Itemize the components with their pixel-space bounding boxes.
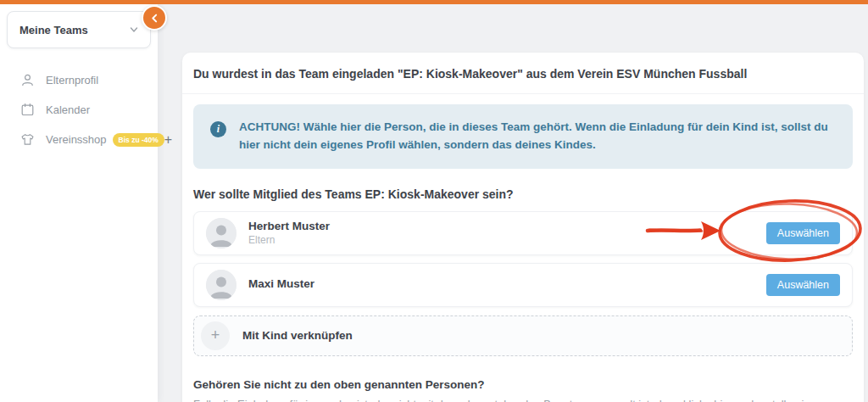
notice-text: ACHTUNG! Wähle hier die Person, die in d…: [239, 119, 832, 154]
person-meta: Maxi Muster: [248, 277, 314, 292]
sidebar-collapse-button[interactable]: [142, 5, 167, 31]
sidebar-menu: Elternprofil Kalender Vereinsshop Bis zu…: [0, 65, 158, 154]
member-question: Wer sollte Mitglied des Teams EP: Kiosk-…: [193, 187, 853, 201]
calendar-icon: [20, 103, 35, 117]
person-meta: Herbert Muster Eltern: [248, 220, 330, 246]
top-accent-bar: [0, 0, 868, 4]
person-row-herbert: Herbert Muster Eltern Auswählen: [193, 211, 853, 255]
link-child-label: Mit Kind verknüpfen: [242, 329, 353, 342]
chevron-left-icon: [150, 14, 159, 23]
info-icon: i: [210, 121, 226, 137]
sidebar-item-label: Vereinsshop: [46, 133, 107, 146]
invitation-title: Du wurdest in das Team eingeladen "EP: K…: [193, 67, 853, 81]
sidebar-item-label: Kalender: [46, 103, 90, 116]
person-role: Eltern: [248, 234, 330, 246]
person-name: Herbert Muster: [248, 220, 330, 234]
plus-icon: +: [201, 321, 230, 350]
person-row-maxi: Maxi Muster Auswählen: [193, 263, 853, 307]
attention-notice: i ACHTUNG! Wähle hier die Person, die in…: [193, 104, 853, 169]
sidebar-item-vereinsshop[interactable]: Vereinsshop Bis zu -40% +: [0, 125, 158, 154]
select-button-maxi[interactable]: Auswählen: [766, 274, 840, 296]
avatar: [206, 218, 236, 248]
sidebar: Meine Teams Elternprofil Kalender Ver: [0, 4, 158, 402]
invitation-card: Du wurdest in das Team eingeladen "EP: K…: [182, 53, 864, 402]
card-header: Du wurdest in das Team eingeladen "EP: K…: [182, 53, 864, 94]
sidebar-item-kalender[interactable]: Kalender: [0, 95, 158, 125]
chevron-down-icon: [130, 25, 138, 34]
sidebar-item-label: Elternprofil: [46, 74, 98, 87]
card-body: i ACHTUNG! Wähle hier die Person, die in…: [182, 94, 864, 402]
team-selector-dropdown[interactable]: Meine Teams: [7, 11, 151, 48]
discount-badge: Bis zu -40%: [113, 133, 164, 147]
person-name: Maxi Muster: [248, 277, 314, 292]
person-icon: [20, 73, 35, 87]
avatar: [206, 270, 236, 300]
select-button-herbert[interactable]: Auswählen: [766, 222, 840, 244]
sidebar-item-elternprofil[interactable]: Elternprofil: [0, 65, 158, 95]
link-child-button[interactable]: + Mit Kind verknüpfen: [193, 315, 853, 356]
add-shop-button[interactable]: +: [164, 133, 172, 147]
footer-text: Falls die Einladung für jemanden ist, de…: [193, 397, 853, 402]
person-silhouette-icon: [206, 218, 236, 248]
tshirt-icon: [20, 132, 35, 147]
footer-heading: Gehören Sie nicht zu den oben genannten …: [193, 378, 853, 391]
footer-section: Gehören Sie nicht zu den oben genannten …: [193, 378, 853, 402]
team-selector-label: Meine Teams: [19, 24, 88, 36]
person-silhouette-icon: [206, 270, 236, 300]
